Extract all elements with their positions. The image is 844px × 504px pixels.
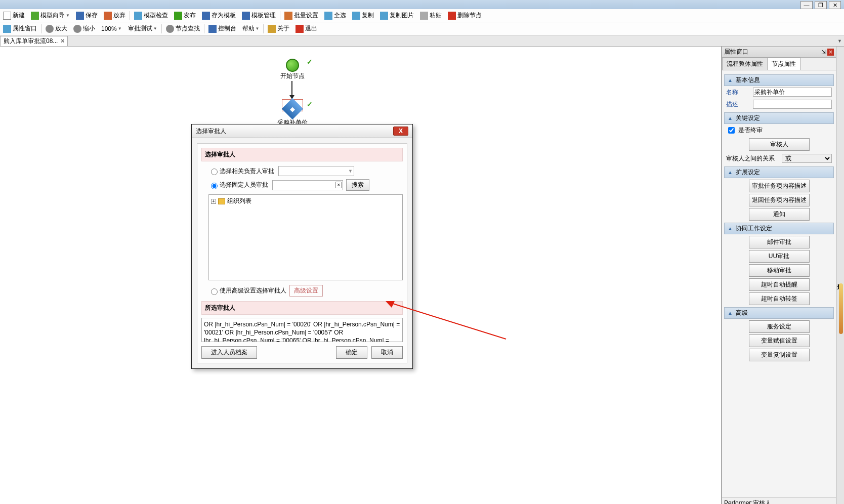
- tab-close-icon[interactable]: ×: [61, 37, 64, 45]
- select-approver-dialog: 选择审批人 X 选择审批人 选择相关负责人审批 ▼ 选择固定人员审批 × 搜索: [191, 124, 413, 369]
- model-wizard-button[interactable]: 模型向导▼: [28, 10, 73, 21]
- clear-icon[interactable]: ×: [335, 182, 342, 188]
- tab-list-dropdown-icon[interactable]: ▼: [837, 38, 842, 44]
- delete-node-button[interactable]: 删除节点: [445, 10, 485, 21]
- approver-button[interactable]: 审核人: [749, 138, 810, 151]
- cancel-button[interactable]: 取消: [371, 346, 403, 359]
- exit-button[interactable]: 退出: [292, 23, 320, 34]
- expression-textarea[interactable]: OR |hr_hi_Person.cPsn_Num| = '00020' OR …: [201, 318, 403, 342]
- org-tree[interactable]: + 组织列表: [208, 194, 403, 280]
- label-relation: 审核人之间的关系: [726, 154, 782, 163]
- select-relation[interactable]: 或: [782, 154, 832, 163]
- variable-copy-button[interactable]: 变量复制设置: [749, 349, 810, 361]
- save-as-template-button[interactable]: 存为模板: [199, 10, 239, 21]
- dialog-titlebar[interactable]: 选择审批人 X: [192, 124, 412, 138]
- group-basic[interactable]: ▲基本信息: [724, 74, 834, 86]
- pin-icon[interactable]: ⇲: [821, 49, 826, 56]
- console-button[interactable]: 控制台: [205, 23, 239, 34]
- tab-node-properties[interactable]: 节点属性: [767, 58, 800, 70]
- section-select-approver: 选择审批人: [201, 148, 403, 161]
- panel-header[interactable]: 属性窗口 ⇲×: [722, 47, 836, 58]
- start-node[interactable]: ✓ 开始节点: [277, 59, 308, 80]
- collapse-icon[interactable]: ▲: [728, 77, 733, 83]
- start-node-label: 开始节点: [277, 72, 308, 80]
- task-node[interactable]: ◆ ✓ 采购补单价: [277, 101, 308, 127]
- window-controls: — ❐ ✕: [800, 1, 841, 9]
- help-button[interactable]: 帮助▼: [239, 23, 263, 34]
- publish-button[interactable]: 发布: [171, 10, 199, 21]
- start-node-icon: [286, 59, 299, 72]
- uu-approval-button[interactable]: UU审批: [749, 250, 810, 263]
- tab-flow-properties[interactable]: 流程整体属性: [722, 58, 768, 70]
- restore-button[interactable]: ❐: [815, 1, 827, 9]
- zoom-slider[interactable]: [839, 283, 843, 334]
- select-all-button[interactable]: 全选: [321, 10, 349, 21]
- timeout-forward-button[interactable]: 超时自动转签: [749, 292, 810, 305]
- dialog-title: 选择审批人: [196, 127, 226, 136]
- timeout-remind-button[interactable]: 超时自动提醒: [749, 278, 810, 291]
- open-hr-button[interactable]: 进入人员档案: [201, 346, 257, 359]
- new-button[interactable]: 新建: [0, 10, 28, 21]
- panel-close-icon[interactable]: ×: [827, 49, 834, 56]
- folder-icon: [218, 198, 225, 204]
- advanced-settings-button[interactable]: 高级设置: [289, 285, 323, 297]
- service-settings-button[interactable]: 服务设定: [749, 320, 810, 333]
- error-info-sidebar-tab[interactable]: 错误信息: [836, 47, 844, 504]
- search-button[interactable]: 搜索: [346, 179, 369, 191]
- template-management-button[interactable]: 模板管理: [239, 10, 279, 21]
- input-name[interactable]: [753, 88, 832, 97]
- notify-button[interactable]: 通知: [749, 208, 810, 221]
- radio-advanced-label: 使用高级设置选择审批人: [220, 286, 286, 295]
- document-tab[interactable]: 购入库单审批流08... ×: [0, 36, 68, 46]
- fixed-person-search-input[interactable]: ×: [272, 180, 343, 190]
- task-desc-button[interactable]: 审批任务项内容描述: [749, 180, 810, 192]
- collapse-icon[interactable]: ▲: [728, 226, 733, 231]
- label-name: 名称: [726, 88, 753, 97]
- tree-root-item[interactable]: + 组织列表: [211, 197, 400, 205]
- document-tab-label: 购入库单审批流08...: [4, 37, 58, 46]
- mail-approval-button[interactable]: 邮件审批: [749, 236, 810, 248]
- group-key[interactable]: ▲关键设定: [724, 112, 834, 124]
- zoom-out-button[interactable]: 缩小: [70, 23, 98, 34]
- model-check-button[interactable]: 模型检查: [131, 10, 171, 21]
- dialog-close-button[interactable]: X: [393, 127, 408, 136]
- task-node-icon: ◆: [282, 98, 303, 119]
- copy-image-button[interactable]: 复制图片: [377, 10, 417, 21]
- batch-settings-button[interactable]: 批量设置: [281, 10, 321, 21]
- workflow-canvas[interactable]: ✓ 开始节点 ◆ ✓ 采购补单价 选择审批人 X 选择审批人: [0, 47, 722, 504]
- check-icon: ✓: [307, 100, 313, 108]
- discard-button[interactable]: 放弃: [101, 10, 129, 21]
- checkbox-final-label: 是否终审: [738, 126, 763, 135]
- collapse-icon[interactable]: ▲: [728, 310, 733, 316]
- group-advanced[interactable]: ▲高级: [724, 307, 834, 319]
- related-person-combo[interactable]: ▼: [278, 166, 354, 176]
- about-button[interactable]: 关于: [265, 23, 292, 34]
- group-collab[interactable]: ▲协同工作设定: [724, 223, 834, 234]
- paste-button[interactable]: 粘贴: [417, 10, 445, 21]
- save-button[interactable]: 保存: [73, 10, 101, 21]
- input-desc[interactable]: [753, 100, 832, 109]
- zoom-in-button[interactable]: 放大: [43, 23, 70, 34]
- radio-fixed-label: 选择固定人员审批: [220, 181, 268, 189]
- radio-related-label: 选择相关负责人审批: [220, 167, 274, 176]
- expand-icon[interactable]: +: [211, 199, 216, 204]
- variable-assign-button[interactable]: 变量赋值设置: [749, 334, 810, 347]
- approval-test-button[interactable]: 审批测试▼: [125, 23, 160, 34]
- copy-button[interactable]: 复制: [349, 10, 377, 21]
- close-button[interactable]: ✕: [829, 1, 841, 9]
- property-window-button[interactable]: 属性窗口: [0, 23, 40, 34]
- checkbox-final-approval[interactable]: [728, 127, 735, 134]
- group-extended[interactable]: ▲扩展设定: [724, 166, 834, 178]
- return-desc-button[interactable]: 退回任务项内容描述: [749, 194, 810, 206]
- minimize-button[interactable]: —: [800, 1, 813, 9]
- node-search-button[interactable]: 节点查找: [163, 23, 203, 34]
- radio-related-person[interactable]: [211, 169, 218, 175]
- collapse-icon[interactable]: ▲: [728, 115, 733, 121]
- radio-fixed-person[interactable]: [211, 183, 218, 189]
- toolbar-main: 新建 模型向导▼ 保存 放弃 模型检查 发布 存为模板 模板管理 批量设置 全选…: [0, 9, 844, 22]
- radio-advanced[interactable]: [211, 288, 218, 295]
- mobile-approval-button[interactable]: 移动审批: [749, 264, 810, 277]
- collapse-icon[interactable]: ▲: [728, 170, 733, 175]
- ok-button[interactable]: 确定: [336, 346, 367, 359]
- zoom-percent-dropdown[interactable]: 100%▼: [98, 24, 125, 33]
